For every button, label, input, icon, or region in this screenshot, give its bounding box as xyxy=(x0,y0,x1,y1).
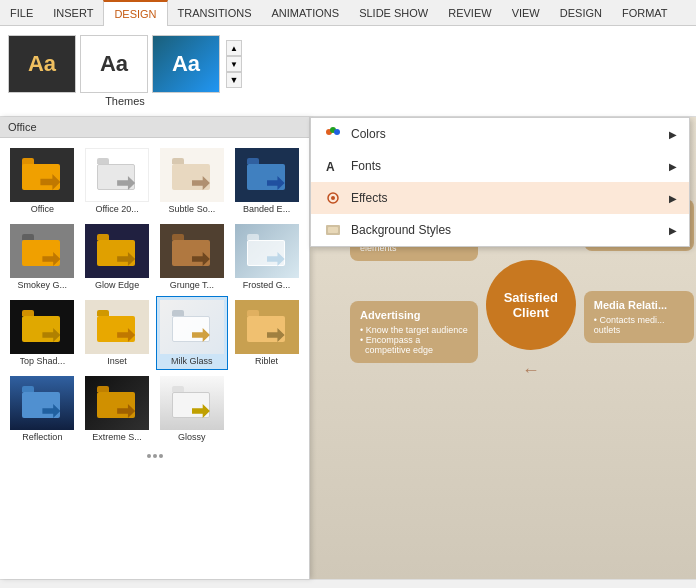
theme-icon-smokey xyxy=(10,224,74,278)
background-icon xyxy=(323,220,343,240)
svg-point-2 xyxy=(334,129,340,135)
theme-icon-topshadow xyxy=(10,300,74,354)
theme-icon-reflection xyxy=(10,376,74,430)
theme-item-frosted[interactable]: Frosted G... xyxy=(230,220,303,294)
tab-review[interactable]: REVIEW xyxy=(438,0,501,25)
dropdown-menu: Colors ▶ A Fonts ▶ Effects ▶ xyxy=(310,117,690,247)
scroll-arrows: ▲ ▼ ▼ xyxy=(226,40,242,88)
theme-thumbnail-3[interactable]: Aa xyxy=(152,35,220,93)
theme-name-office: Office xyxy=(31,204,54,214)
ribbon-tabs: FILE INSERT DESIGN TRANSITIONS ANIMATION… xyxy=(0,0,696,26)
themes-label: Themes xyxy=(105,95,145,107)
theme-name-topshadow: Top Shad... xyxy=(20,356,66,366)
menu-label-fonts: Fonts xyxy=(351,159,381,173)
svg-rect-7 xyxy=(328,227,338,233)
aa-label-3: Aa xyxy=(172,51,200,77)
tab-slideshow[interactable]: SLIDE SHOW xyxy=(349,0,438,25)
theme-icon-glow xyxy=(85,224,149,278)
theme-item-riblet[interactable]: Riblet xyxy=(230,296,303,370)
theme-item-milkglass[interactable]: Milk Glass xyxy=(156,296,229,370)
tab-design[interactable]: DESIGN xyxy=(103,0,167,26)
theme-name-glow: Glow Edge xyxy=(95,280,139,290)
scroll-indicator xyxy=(0,452,309,460)
menu-item-colors[interactable]: Colors ▶ xyxy=(311,118,689,150)
menu-label-background: Background Styles xyxy=(351,223,451,237)
colors-icon xyxy=(323,124,343,144)
theme-thumbnail-2[interactable]: Aa xyxy=(80,35,148,93)
theme-icon-banded xyxy=(235,148,299,202)
menu-label-effects: Effects xyxy=(351,191,387,205)
theme-name-riblet: Riblet xyxy=(255,356,278,366)
theme-item-office[interactable]: Office xyxy=(6,144,79,218)
tab-animations[interactable]: ANIMATIONS xyxy=(262,0,350,25)
theme-name-inset: Inset xyxy=(107,356,127,366)
media-title: Media Relati... xyxy=(594,299,684,311)
scroll-more-button[interactable]: ▼ xyxy=(226,72,242,88)
theme-name-smokey: Smokey G... xyxy=(18,280,68,290)
svg-point-5 xyxy=(331,196,335,200)
aa-label-1: Aa xyxy=(28,51,56,77)
theme-item-banded[interactable]: Banded E... xyxy=(230,144,303,218)
theme-icon-extreme xyxy=(85,376,149,430)
menu-label-colors: Colors xyxy=(351,127,386,141)
theme-name-banded: Banded E... xyxy=(243,204,290,214)
scroll-down-button[interactable]: ▼ xyxy=(226,56,242,72)
menu-item-background[interactable]: Background Styles ▶ xyxy=(311,214,689,246)
fonts-arrow: ▶ xyxy=(669,161,677,172)
theme-name-subtle: Subtle So... xyxy=(169,204,216,214)
theme-thumbnail-1[interactable]: Aa xyxy=(8,35,76,93)
ribbon: FILE INSERT DESIGN TRANSITIONS ANIMATION… xyxy=(0,0,696,117)
tab-format[interactable]: FORMAT xyxy=(612,0,678,25)
menu-item-effects[interactable]: Effects ▶ xyxy=(311,182,689,214)
theme-icon-milkglass xyxy=(160,300,224,354)
theme-icon-riblet xyxy=(235,300,299,354)
theme-name-office205: Office 20... xyxy=(95,204,138,214)
theme-name-grunge: Grunge T... xyxy=(170,280,214,290)
media-box: Media Relati... • Contacts medi...outlet… xyxy=(584,291,694,343)
theme-item-glossy[interactable]: Glossy xyxy=(156,372,229,446)
colors-arrow: ▶ xyxy=(669,129,677,140)
background-arrow: ▶ xyxy=(669,225,677,236)
theme-item-topshadow[interactable]: Top Shad... xyxy=(6,296,79,370)
themes-group: Aa Aa Aa ▲ ▼ ▼ Themes xyxy=(8,35,242,107)
advertising-box: Advertising • Know the target audience• … xyxy=(350,301,478,363)
tab-transitions[interactable]: TRANSITIONS xyxy=(168,0,262,25)
theme-icon-subtle xyxy=(160,148,224,202)
theme-icon-office xyxy=(10,148,74,202)
advertising-title: Advertising xyxy=(360,309,468,321)
themes-grid: Office Office 20... xyxy=(0,138,309,452)
theme-name-milkglass: Milk Glass xyxy=(171,356,213,366)
tab-insert[interactable]: INSERT xyxy=(43,0,103,25)
center-area: → SatisfiedClient ← xyxy=(486,229,576,381)
theme-item-glow[interactable]: Glow Edge xyxy=(81,220,154,294)
center-circle: SatisfiedClient xyxy=(486,260,576,350)
theme-item-office205[interactable]: Office 20... xyxy=(81,144,154,218)
theme-name-extreme: Extreme S... xyxy=(92,432,142,442)
tab-file[interactable]: FILE xyxy=(0,0,43,25)
theme-item-reflection[interactable]: Reflection xyxy=(6,372,79,446)
scroll-up-button[interactable]: ▲ xyxy=(226,40,242,56)
theme-icon-office205 xyxy=(85,148,149,202)
theme-item-grunge[interactable]: Grunge T... xyxy=(156,220,229,294)
main-area: Office Office xyxy=(0,117,696,579)
aa-label-2: Aa xyxy=(100,51,128,77)
theme-name-glossy: Glossy xyxy=(178,432,206,442)
tab-view[interactable]: VIEW xyxy=(502,0,550,25)
advertising-items: • Know the target audience• Encompass a … xyxy=(360,325,468,355)
theme-item-extreme[interactable]: Extreme S... xyxy=(81,372,154,446)
media-items: • Contacts medi...outlets xyxy=(594,315,684,335)
theme-icon-grunge xyxy=(160,224,224,278)
effects-icon xyxy=(323,188,343,208)
theme-item-smokey[interactable]: Smokey G... xyxy=(6,220,79,294)
tab-design2[interactable]: DESIGN xyxy=(550,0,612,25)
menu-item-fonts[interactable]: A Fonts ▶ xyxy=(311,150,689,182)
ribbon-content: Aa Aa Aa ▲ ▼ ▼ Themes xyxy=(0,26,696,116)
theme-name-reflection: Reflection xyxy=(22,432,62,442)
theme-icon-inset xyxy=(85,300,149,354)
fonts-icon: A xyxy=(323,156,343,176)
svg-text:A: A xyxy=(326,160,335,174)
theme-icon-frosted xyxy=(235,224,299,278)
effects-arrow: ▶ xyxy=(669,193,677,204)
theme-item-inset[interactable]: Inset xyxy=(81,296,154,370)
theme-item-subtle[interactable]: Subtle So... xyxy=(156,144,229,218)
